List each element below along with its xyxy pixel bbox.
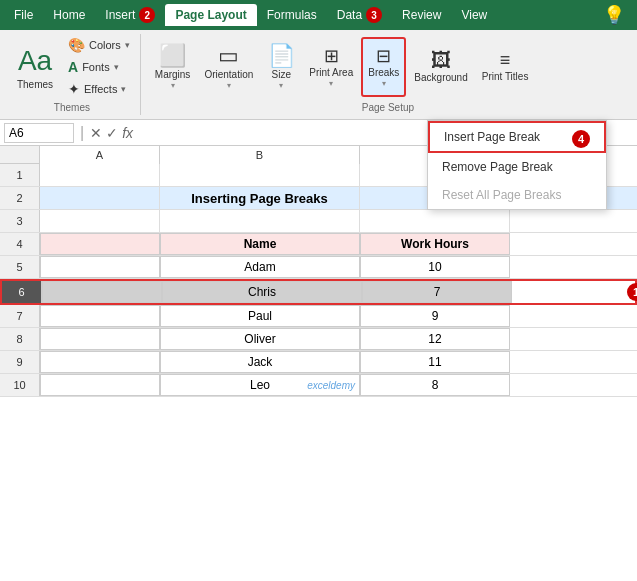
row-number-10: 10 [0,374,40,396]
cell-b1[interactable] [160,164,360,186]
selected-row: 6 Chris 7 1 [0,279,637,305]
col-header-a[interactable]: A [40,146,160,164]
ribbon-group-themes: Aa Themes 🎨 Colors ▾ A Fonts ▾ ✦ Effects… [4,34,141,115]
cell-reference-box[interactable]: A6 [4,123,74,143]
tab-review[interactable]: Review [392,4,451,26]
row-number-2: 2 [0,187,40,209]
orientation-icon: ▭ [218,45,239,67]
cell-a9[interactable] [40,351,160,373]
cell-a8[interactable] [40,328,160,350]
fonts-button[interactable]: A Fonts ▾ [64,57,134,77]
effects-icon: ✦ [68,81,80,97]
print-titles-label: Print Titles [482,71,529,83]
lightbulb-icon: 💡 [595,0,633,30]
cell-c4[interactable]: Work Hours [360,233,510,255]
cell-a1[interactable] [40,164,160,186]
cell-c5[interactable]: 10 [360,256,510,278]
margins-button[interactable]: ⬜ Margins ▾ [149,37,197,97]
reset-all-page-breaks-item: Reset All Page Breaks [428,181,606,209]
cell-a4[interactable] [40,233,160,255]
cell-b7[interactable]: Paul [160,305,360,327]
breaks-dropdown: Insert Page Break 4 Remove Page Break Re… [427,120,607,210]
print-titles-icon: ≡ [500,51,511,69]
row-number-9: 9 [0,351,40,373]
tab-file[interactable]: File [4,4,43,26]
confirm-icon[interactable]: ✓ [106,125,118,141]
effects-button[interactable]: ✦ Effects ▾ [64,79,134,99]
cell-a7[interactable] [40,305,160,327]
cell-a6[interactable] [42,281,162,303]
badge-1: 1 [627,283,637,301]
table-row: 4 Name Work Hours [0,233,637,256]
themes-icon: Aa [18,45,52,77]
function-icon[interactable]: fx [122,125,133,141]
cancel-icon[interactable]: ✕ [90,125,102,141]
data-badge: 3 [366,7,382,23]
print-area-label: Print Area [309,67,353,79]
row-number-1: 1 [0,164,40,186]
corner-cell [0,146,40,164]
cell-c9[interactable]: 11 [360,351,510,373]
cell-a2[interactable] [40,187,160,209]
themes-group-label: Themes [10,100,134,115]
orientation-label: Orientation [204,69,253,81]
table-row: 5 Adam 10 [0,256,637,279]
themes-label: Themes [17,79,53,90]
ribbon-group-page-setup: ⬜ Margins ▾ ▭ Orientation ▾ 📄 Size ▾ ⊞ P… [143,34,633,115]
tab-data[interactable]: Data 3 [327,3,392,27]
table-row: 3 [0,210,637,233]
table-row: 8 Oliver 12 [0,328,637,351]
cell-b3[interactable] [160,210,360,232]
cell-b2[interactable]: Inserting Page Breaks [160,187,360,209]
tab-page-layout[interactable]: Page Layout [165,4,256,26]
tab-home[interactable]: Home [43,4,95,26]
formula-icons: ✕ ✓ fx [90,125,133,141]
row-number-8: 8 [0,328,40,350]
tab-formulas[interactable]: Formulas [257,4,327,26]
cell-a5[interactable] [40,256,160,278]
row-number-3: 3 [0,210,40,232]
size-label: Size [272,69,291,81]
col-header-b[interactable]: B [160,146,360,164]
cell-b4[interactable]: Name [160,233,360,255]
background-label: Background [414,72,467,84]
breaks-button[interactable]: ⊟ Breaks ▾ [361,37,406,97]
formula-divider: | [78,124,86,142]
ribbon: Aa Themes 🎨 Colors ▾ A Fonts ▾ ✦ Effects… [0,30,637,120]
cell-b10[interactable]: Leo exceldemy [160,374,360,396]
cell-c8[interactable]: 12 [360,328,510,350]
cell-b9[interactable]: Jack [160,351,360,373]
remove-page-break-item[interactable]: Remove Page Break [428,153,606,181]
tab-insert[interactable]: Insert 2 [95,3,165,27]
cell-c6[interactable]: 7 [362,281,512,303]
cell-b5[interactable]: Adam [160,256,360,278]
themes-button[interactable]: Aa Themes [10,41,60,94]
print-titles-button[interactable]: ≡ Print Titles [476,37,535,97]
print-area-button[interactable]: ⊞ Print Area ▾ [303,37,359,97]
page-setup-content: ⬜ Margins ▾ ▭ Orientation ▾ 📄 Size ▾ ⊞ P… [149,34,627,100]
breaks-icon: ⊟ [376,47,391,65]
themes-group-content: Aa Themes 🎨 Colors ▾ A Fonts ▾ ✦ Effects… [10,34,134,100]
size-button[interactable]: 📄 Size ▾ [261,37,301,97]
row-number-4: 4 [0,233,40,255]
cell-b6[interactable]: Chris [162,281,362,303]
tab-view[interactable]: View [451,4,497,26]
row-number-6: 6 [2,281,42,303]
effects-label: Effects [84,83,117,95]
row-number-7: 7 [0,305,40,327]
insert-page-break-item[interactable]: Insert Page Break 4 [428,121,606,153]
orientation-button[interactable]: ▭ Orientation ▾ [198,37,259,97]
badge-4: 4 [572,130,590,148]
cell-c10[interactable]: 8 [360,374,510,396]
margins-label: Margins [155,69,191,81]
fonts-icon: A [68,59,78,75]
page-setup-group-label: Page Setup [149,100,627,115]
cell-a3[interactable] [40,210,160,232]
colors-button[interactable]: 🎨 Colors ▾ [64,35,134,55]
cell-c3[interactable] [360,210,510,232]
cell-b8[interactable]: Oliver [160,328,360,350]
cell-a10[interactable] [40,374,160,396]
print-area-icon: ⊞ [324,47,339,65]
cell-c7[interactable]: 9 [360,305,510,327]
background-button[interactable]: 🖼 Background [408,37,473,97]
